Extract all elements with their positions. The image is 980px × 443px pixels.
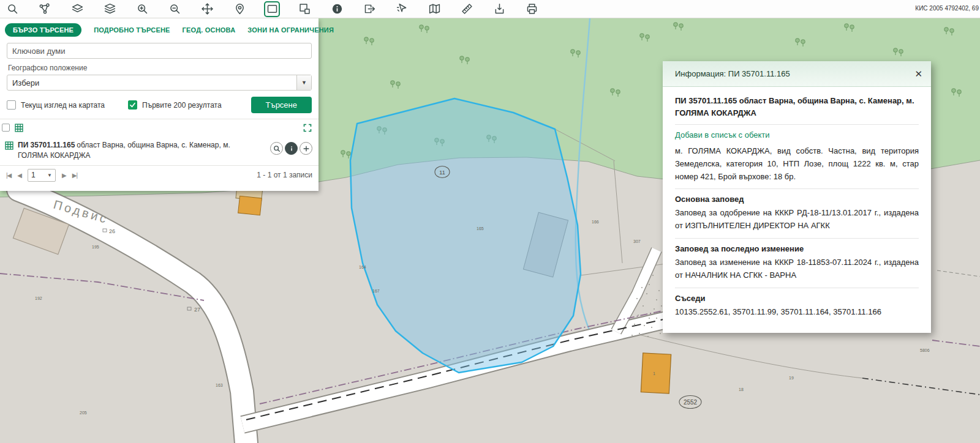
identify-tool-button[interactable]: [394, 1, 410, 17]
last-page-button[interactable]: ▶|: [72, 172, 77, 179]
network-icon: [39, 2, 51, 15]
chevron-down-icon[interactable]: ▼: [296, 75, 311, 90]
zoom-in-button[interactable]: [134, 1, 150, 17]
current-view-checkbox[interactable]: [7, 100, 16, 110]
check-icon: [129, 102, 136, 108]
import-icon: [493, 2, 506, 15]
zoom-out-button[interactable]: [167, 1, 183, 17]
expand-icon: [303, 123, 312, 133]
section-title-last-amendment: Заповед за последно изменение: [675, 238, 919, 253]
main-toolbar: КИС 2005 4792402, 69: [0, 0, 980, 18]
info-icon: [288, 145, 295, 152]
parcel-number-label: 165: [477, 226, 484, 231]
layers-icon: [104, 2, 116, 15]
next-page-button[interactable]: ▶: [62, 172, 66, 179]
ruler-tool-button[interactable]: [459, 1, 475, 17]
pan-icon: [201, 2, 214, 15]
info-panel-header: Информация: ПИ 35701.11.165 ✕: [663, 61, 931, 87]
result-parcel-id: ПИ 35701.11.165: [18, 141, 75, 149]
select-rectangle-tool-button[interactable]: [264, 1, 280, 17]
section-title-main-order: Основна заповед: [675, 188, 919, 204]
layers-tool-button[interactable]: [102, 1, 118, 17]
section-text-main-order: Заповед за одобрение на КККР РД-18-11/13…: [675, 207, 919, 233]
page-number-select[interactable]: 1 ▼: [28, 169, 56, 182]
building-number-label: 1: [653, 371, 655, 376]
close-button[interactable]: ✕: [914, 69, 922, 78]
plus-icon: [303, 145, 310, 152]
section-title-neighbours: Съседи: [675, 288, 919, 303]
geographic-location-label: Географско положение: [0, 60, 318, 73]
zoom-in-icon: [136, 2, 149, 15]
building-orange-lower: [641, 353, 671, 393]
result-row[interactable]: ПИ 35701.11.165област Варна, община Варн…: [0, 136, 318, 165]
tab-restriction-zones[interactable]: ЗОНИ НА ОГРАНИЧЕНИЯ: [247, 26, 334, 34]
print-icon: [526, 2, 538, 15]
parcel-number-label: 166: [592, 220, 599, 224]
parcel-number-label: 167: [372, 289, 380, 293]
select-rectangle-icon: [266, 2, 279, 15]
info-tool-button[interactable]: [329, 1, 345, 17]
parcel-number-label: 19: [789, 376, 794, 380]
results-toolbar: [0, 119, 318, 136]
chevron-down-icon: ▼: [47, 173, 52, 178]
print-tool-button[interactable]: [524, 1, 540, 17]
add-to-object-list-link[interactable]: Добави в списък с обекти: [675, 130, 770, 140]
search-tabs: БЪРЗО ТЪРСЕНЕ ПОДРОБНО ТЪРСЕНЕ ГЕОД. ОСН…: [0, 18, 318, 40]
geographic-location-select[interactable]: Избери ▼: [7, 75, 312, 91]
parcel-number-label: 5806: [920, 348, 930, 352]
parcel-number-label: 307: [633, 239, 641, 244]
coordinate-system-label: КИС 2005 4792402, 69: [915, 5, 979, 12]
export-tool-button[interactable]: [361, 1, 377, 17]
current-view-label: Текущ изглед на картата: [21, 101, 105, 110]
first-page-button[interactable]: |◀: [6, 172, 11, 179]
pagination-summary: 1 - 1 от 1 записи: [257, 171, 312, 179]
grid-icon: [15, 124, 23, 132]
parcel-number-label: 164: [359, 265, 366, 269]
map-tool-button[interactable]: [426, 1, 442, 17]
search-icon: [273, 145, 281, 152]
pan-tool-button[interactable]: [199, 1, 215, 17]
network-tool-button[interactable]: [37, 1, 53, 17]
previous-page-button[interactable]: ◀: [17, 172, 21, 179]
results-pagination: |◀ ◀ 1 ▼ ▶ ▶| 1 - 1 от 1 записи: [0, 166, 318, 185]
layer-tool-button[interactable]: [69, 1, 85, 17]
keywords-input[interactable]: [7, 43, 312, 59]
export-icon: [363, 2, 376, 15]
add-result-button[interactable]: [300, 142, 312, 155]
page-number-value: 1: [31, 171, 36, 179]
parcel-number-label: 205: [80, 411, 87, 415]
result-info-button[interactable]: [285, 142, 298, 155]
parcel-info-panel: Информация: ПИ 35701.11.165 ✕ ПИ 35701.1…: [663, 61, 931, 333]
parcel-number-label: 18: [739, 387, 744, 392]
layer-icon: [71, 2, 84, 15]
first-200-label: Първите 200 резултата: [142, 101, 222, 110]
parcel-number-label: 163: [216, 383, 223, 387]
import-tool-button[interactable]: [491, 1, 507, 17]
map-icon: [428, 2, 441, 15]
section-text-last-amendment: Заповед за изменение на КККР 18-11853-07…: [675, 256, 919, 282]
circled-label-2552: 2552: [684, 399, 698, 406]
section-text-neighbours: 10135.2552.61, 35701.11.99, 35701.11.164…: [675, 306, 919, 319]
tab-quick-search[interactable]: БЪРЗО ТЪРСЕНЕ: [5, 23, 81, 37]
tab-geodetic-basis[interactable]: ГЕОД. ОСНОВА: [183, 26, 236, 34]
search-tool-button[interactable]: [4, 1, 20, 17]
marker-tool-button[interactable]: [232, 1, 247, 17]
zoom-out-icon: [168, 2, 181, 15]
app-window: 165 164 167 166 307 163 192 195 205 26 2…: [0, 0, 980, 443]
identify-cursor-icon: [396, 2, 409, 15]
first-200-checkbox[interactable]: [128, 100, 137, 110]
parcel-summary-text: м. ГОЛЯМА КОКАРДЖА, вид собств. Частна, …: [675, 145, 919, 183]
marker-icon: [233, 2, 246, 15]
select-all-checkbox[interactable]: [2, 124, 10, 132]
select-area-tool-button[interactable]: [296, 1, 312, 17]
select-area-icon: [298, 2, 311, 15]
tab-detailed-search[interactable]: ПОДРОБНО ТЪРСЕНЕ: [94, 26, 170, 34]
circled-label-11: 11: [439, 169, 445, 176]
search-button[interactable]: Търсене: [251, 97, 312, 113]
ruler-icon: [461, 2, 473, 15]
zoom-to-result-button[interactable]: [270, 142, 283, 155]
expand-results-button[interactable]: [303, 123, 312, 133]
grid-icon: [5, 141, 13, 150]
parcel-number-label: 195: [92, 245, 99, 249]
search-panel: БЪРЗО ТЪРСЕНЕ ПОДРОБНО ТЪРСЕНЕ ГЕОД. ОСН…: [0, 18, 318, 191]
